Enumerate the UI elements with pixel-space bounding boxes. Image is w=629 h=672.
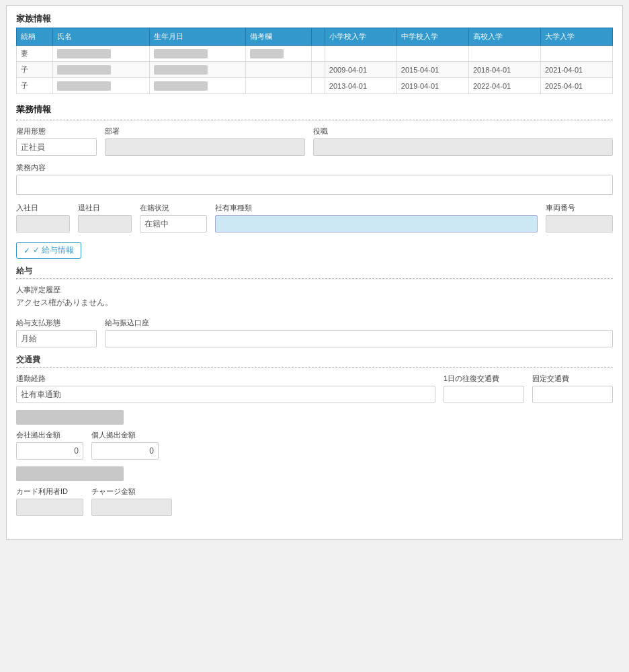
charge-amount-group: チャージ金額 — [91, 487, 172, 516]
join-date-input[interactable] — [16, 215, 70, 233]
position-group: 役職 — [313, 126, 613, 156]
commute-route-input[interactable] — [16, 386, 435, 403]
pay-type-input[interactable] — [16, 330, 97, 347]
status-input[interactable] — [140, 215, 207, 233]
col-note: 備考欄 — [246, 28, 311, 46]
employment-type-group: 雇用形態 — [16, 126, 97, 156]
name-blurred — [57, 49, 111, 58]
pay-type-label: 給与支払形態 — [16, 318, 97, 328]
position-input[interactable] — [313, 138, 613, 156]
commute-title: 交通費 — [16, 355, 40, 364]
cell-empty — [311, 62, 325, 78]
status-label: 在籍状況 — [140, 203, 207, 213]
cell-relation: 子 — [17, 78, 53, 94]
car-type-label: 社有車種類 — [215, 203, 538, 213]
col-university: 大学入学 — [540, 28, 612, 46]
charge-amount-input[interactable] — [91, 499, 172, 516]
fixed-fare-label: 固定交通費 — [532, 374, 613, 384]
name-blurred — [57, 65, 111, 75]
fixed-fare-input[interactable] — [532, 386, 613, 403]
car-number-group: 車両番号 — [546, 203, 613, 233]
car-type-group: 社有車種類 — [215, 203, 538, 233]
table-row: 子 2013-04-01 2019-04-01 2022-04-01 2025-… — [17, 78, 613, 94]
department-group: 部署 — [105, 126, 305, 156]
employment-type-input[interactable] — [16, 138, 97, 156]
car-number-input[interactable] — [546, 215, 613, 233]
department-input[interactable] — [105, 138, 305, 156]
col-name: 氏名 — [53, 28, 150, 46]
col-empty — [311, 28, 325, 46]
page-container: 家族情報 続柄 氏名 生年月日 備考欄 小学校入学 中学校入学 高校入学 大学入… — [6, 5, 623, 540]
card-user-id-group: カード利用者ID — [16, 487, 83, 516]
hr-history-label: 人事評定履歴 — [16, 285, 613, 295]
fixed-fare-group: 固定交通費 — [532, 374, 613, 403]
cell-highschool: 2018-04-01 — [468, 62, 540, 78]
business-section-title: 業務情報 — [16, 103, 613, 116]
car-number-label: 車両番号 — [546, 203, 613, 213]
col-highschool: 高校入学 — [468, 28, 540, 46]
car-type-input[interactable] — [215, 215, 538, 233]
family-table-header-row: 続柄 氏名 生年月日 備考欄 小学校入学 中学校入学 高校入学 大学入学 — [17, 28, 613, 46]
card-user-id-input[interactable] — [16, 499, 83, 516]
company-contribution-group: 会社拠出金額 — [16, 430, 83, 460]
cell-middle: 2015-04-01 — [396, 62, 468, 78]
cell-elementary — [325, 46, 396, 62]
cell-elementary: 2009-04-01 — [325, 62, 396, 78]
cell-birth — [149, 46, 246, 62]
company-contribution-label: 会社拠出金額 — [16, 430, 83, 440]
blurred-row-1 — [16, 410, 124, 425]
cell-highschool: 2022-04-01 — [468, 78, 540, 94]
col-middle: 中学校入学 — [396, 28, 468, 46]
status-group: 在籍状況 — [140, 203, 207, 233]
bank-input[interactable] — [105, 330, 613, 347]
personal-contribution-input[interactable] — [91, 442, 159, 460]
commute-route-group: 通勤経路 — [16, 374, 435, 403]
personal-contribution-group: 個人拠出金額 — [91, 430, 159, 460]
pay-type-group: 給与支払形態 — [16, 318, 97, 347]
daily-fare-input[interactable] — [444, 386, 524, 403]
leave-date-group: 退社日 — [78, 203, 132, 233]
cell-name — [53, 62, 150, 78]
leave-date-label: 退社日 — [78, 203, 132, 213]
salary-section: ✓ ✓ 給与情報 給与 人事評定履歴 アクセス権がありません。 給与支払形態 給… — [16, 242, 613, 516]
salary-row-1: 給与支払形態 給与振込口座 — [16, 318, 613, 347]
salary-title: 給与 — [16, 266, 32, 276]
collapse-salary-label: ✓ 給与情報 — [33, 245, 74, 256]
company-contribution-input[interactable] — [16, 442, 83, 460]
cell-birth — [149, 78, 246, 94]
employment-type-label: 雇用形態 — [16, 126, 97, 136]
cell-empty — [311, 46, 325, 62]
leave-date-input[interactable] — [78, 215, 132, 233]
cell-empty — [311, 78, 325, 94]
table-row: 妻 — [17, 46, 613, 62]
business-section: 業務情報 雇用形態 部署 役職 業務内容 入社日 — [16, 103, 613, 233]
commute-route-label: 通勤経路 — [16, 374, 435, 384]
commute-divider — [16, 367, 613, 368]
salary-divider — [16, 278, 613, 280]
hr-history-no-access: アクセス権がありません。 — [16, 297, 613, 308]
business-content-input[interactable] — [16, 175, 613, 195]
cell-note — [246, 46, 311, 62]
name-blurred — [57, 81, 111, 91]
table-row: 子 2009-04-01 2015-04-01 2018-04-01 2021-… — [17, 62, 613, 78]
bank-label: 給与振込口座 — [105, 318, 613, 328]
family-section: 家族情報 続柄 氏名 生年月日 備考欄 小学校入学 中学校入学 高校入学 大学入… — [16, 13, 613, 94]
cell-birth — [149, 62, 246, 78]
business-content-group: 業務内容 — [16, 163, 613, 195]
birth-blurred — [154, 49, 208, 58]
birth-blurred — [154, 81, 208, 91]
blurred-row-2 — [16, 466, 124, 481]
family-section-title: 家族情報 — [16, 13, 613, 25]
contribution-row: 会社拠出金額 個人拠出金額 — [16, 430, 613, 460]
business-row-1: 雇用形態 部署 役職 — [16, 126, 613, 156]
personal-contribution-label: 個人拠出金額 — [91, 430, 159, 440]
cell-university: 2021-04-01 — [540, 62, 612, 78]
birth-blurred — [154, 65, 208, 75]
salary-subsection-label: 給与 — [16, 265, 613, 277]
cell-note — [246, 78, 311, 94]
cell-highschool — [468, 46, 540, 62]
collapse-salary-button[interactable]: ✓ ✓ 給与情報 — [16, 242, 81, 259]
bank-group: 給与振込口座 — [105, 318, 613, 347]
cell-name — [53, 46, 150, 62]
commute-section-label: 交通費 — [16, 354, 613, 366]
